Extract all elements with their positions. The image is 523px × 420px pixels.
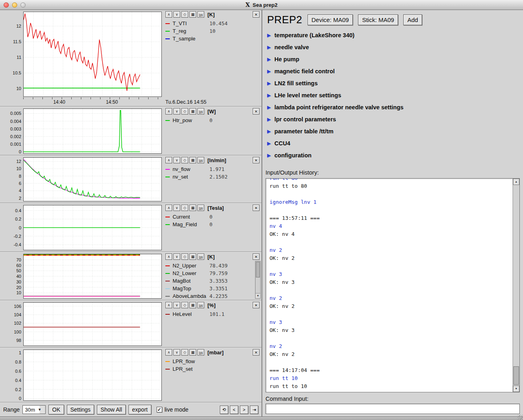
tree-item-9[interactable]: ▶parameter table /tt/tm (267, 125, 523, 137)
scale-down-button[interactable]: ∨ (173, 205, 180, 211)
autoscale-button[interactable]: ◇ (181, 11, 188, 18)
legend-entry[interactable]: Mag_Field0 (165, 221, 259, 228)
stick-button[interactable]: Stick: MA09 (358, 14, 398, 25)
scrollbar-thumb[interactable] (256, 262, 260, 277)
chart-plot[interactable]: 0.40.20-0.2-0.4 (23, 205, 162, 250)
tree-item-8[interactable]: ▶lpr control parameters (267, 113, 523, 125)
settings-button[interactable]: Settings (67, 405, 95, 414)
expand-triangle-icon[interactable]: ▶ (267, 81, 271, 86)
ok-button[interactable]: OK (48, 405, 64, 414)
expand-triangle-icon[interactable]: ▶ (267, 129, 271, 134)
legend-entry[interactable]: N2_Lower79.759 (165, 269, 259, 277)
expand-triangle-icon[interactable]: ▶ (267, 93, 271, 98)
legend-entry[interactable]: T_sample (165, 35, 259, 42)
legend-entry[interactable]: LPR_flow (165, 358, 259, 365)
show-all-button[interactable]: Show All (97, 405, 126, 414)
log-scale-button[interactable]: log (197, 349, 204, 356)
log-scale-button[interactable]: log (197, 205, 204, 211)
minimize-window-button[interactable] (12, 2, 17, 8)
tree-item-6[interactable]: ▶LHe level meter settings (267, 89, 523, 101)
autoscale-button[interactable]: ◇ (181, 108, 188, 115)
expand-triangle-icon[interactable]: ▶ (267, 141, 271, 146)
tree-item-1[interactable]: ▶temperature (LakeShore 340) (267, 29, 523, 41)
scroll-down-icon[interactable]: ▼ (513, 386, 519, 392)
legend-entry[interactable]: HeLevel101.1 (165, 310, 259, 318)
legend-entry[interactable]: Htr_pow0 (165, 117, 259, 124)
legend-entry[interactable]: N2_Upper78.439 (165, 262, 259, 269)
legend-entry[interactable]: T_reg10 (165, 27, 259, 35)
expand-triangle-icon[interactable]: ▶ (267, 57, 271, 62)
add-button[interactable]: Add (403, 14, 422, 25)
chart-plot[interactable]: 70605040302010 (23, 254, 162, 299)
autoscale-button[interactable]: ◇ (181, 253, 188, 260)
log-scale-button[interactable]: log (197, 302, 204, 308)
legend-entry[interactable]: AboveLambda4.2235 (165, 292, 259, 300)
scale-down-button[interactable]: ∨ (173, 108, 180, 115)
chart-plot[interactable]: 12108642 (23, 157, 162, 201)
scroll-up-icon[interactable]: ▲ (513, 179, 519, 185)
zoom-window-button[interactable] (20, 2, 26, 8)
scale-up-button[interactable]: ∧ (165, 108, 172, 115)
grid-button[interactable]: ▦ (189, 302, 196, 308)
jump-to-end-button[interactable]: ⇥ (250, 406, 258, 414)
tree-item-4[interactable]: ▶magnetic field control (267, 65, 523, 77)
legend-entry[interactable]: T_VTI10.454 (165, 20, 259, 27)
pan-right-button[interactable]: > (240, 406, 248, 414)
close-chart-button[interactable]: ✕ (253, 253, 259, 260)
range-select[interactable]: 30m ▼ (22, 405, 46, 414)
titlebar[interactable]: X Sea prep2 (0, 0, 523, 10)
log-scale-button[interactable]: log (197, 157, 204, 163)
chart-plot[interactable]: 0.0050.0040.0030.0020.0010 (23, 109, 162, 154)
close-chart-button[interactable]: ✕ (253, 108, 259, 115)
scrollbar-thumb[interactable] (513, 366, 519, 385)
tree-item-2[interactable]: ▶needle valve (267, 41, 523, 53)
grid-button[interactable]: ▦ (189, 205, 196, 211)
scroll-down-icon[interactable]: ▾ (255, 293, 260, 298)
legend-entry[interactable]: Current0 (165, 213, 259, 221)
legend-entry[interactable]: nv_set2.1502 (165, 173, 259, 181)
scale-up-button[interactable]: ∧ (165, 302, 172, 308)
expand-triangle-icon[interactable]: ▶ (267, 153, 271, 158)
autoscale-button[interactable]: ◇ (181, 302, 188, 308)
tree-item-11[interactable]: ▶configuration (267, 149, 523, 161)
close-chart-button[interactable]: ✕ (253, 302, 259, 308)
autoscale-button[interactable]: ◇ (181, 349, 188, 356)
scale-down-button[interactable]: ∨ (173, 302, 180, 308)
log-scale-button[interactable]: log (197, 108, 204, 115)
legend-entry[interactable]: MagTop3.3351 (165, 285, 259, 292)
scale-down-button[interactable]: ∨ (173, 253, 180, 260)
chart-plot[interactable]: 1211.51110.510 (23, 12, 162, 97)
scale-up-button[interactable]: ∧ (165, 349, 172, 356)
grid-button[interactable]: ▦ (189, 349, 196, 356)
expand-triangle-icon[interactable]: ▶ (267, 117, 271, 122)
export-button[interactable]: export (129, 405, 151, 414)
expand-triangle-icon[interactable]: ▶ (267, 105, 271, 110)
grid-button[interactable]: ▦ (189, 253, 196, 260)
close-chart-button[interactable]: ✕ (253, 205, 259, 211)
reset-zoom-button[interactable]: ⟲ (220, 406, 228, 414)
expand-triangle-icon[interactable]: ▶ (267, 33, 271, 38)
chart-plot[interactable]: 10610410210098 (23, 302, 162, 346)
close-window-button[interactable] (4, 2, 9, 8)
legend-entry[interactable]: MagBot3.3353 (165, 277, 259, 285)
log-scale-button[interactable]: log (197, 253, 204, 260)
pan-left-button[interactable]: < (230, 406, 238, 414)
expand-triangle-icon[interactable]: ▶ (267, 45, 271, 50)
device-button[interactable]: Device: MA09 (308, 14, 353, 25)
grid-button[interactable]: ▦ (189, 108, 196, 115)
tree-item-5[interactable]: ▶LN2 fill settings (267, 77, 523, 89)
history-scrollbar[interactable]: ▲ ▼ (513, 179, 519, 392)
io-history[interactable]: run tt 80run tt to 80 ignoreMsg lnv 1 ==… (266, 178, 520, 392)
scale-down-button[interactable]: ∨ (173, 157, 180, 163)
grid-button[interactable]: ▦ (189, 11, 196, 18)
grid-button[interactable]: ▦ (189, 157, 196, 163)
chart-plot[interactable]: 10.80.60.40.20 (23, 350, 162, 401)
expand-triangle-icon[interactable]: ▶ (267, 69, 271, 74)
close-chart-button[interactable]: ✕ (253, 349, 259, 356)
close-chart-button[interactable]: ✕ (253, 157, 259, 163)
scale-down-button[interactable]: ∨ (173, 11, 180, 18)
scale-up-button[interactable]: ∧ (165, 205, 172, 211)
scale-up-button[interactable]: ∧ (165, 11, 172, 18)
legend-entry[interactable]: nv_flow1.971 (165, 165, 259, 173)
log-scale-button[interactable]: log (197, 11, 204, 18)
